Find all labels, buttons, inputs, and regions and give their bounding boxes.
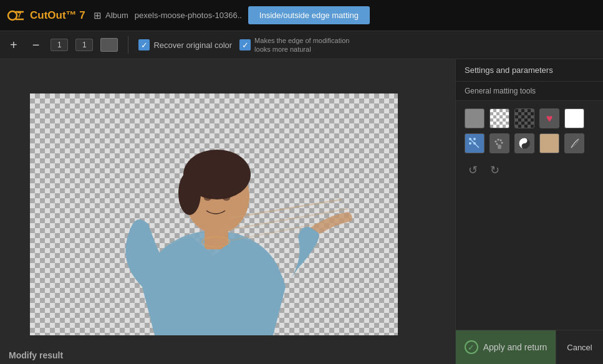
apply-return-button[interactable]: ✓ Apply and return	[456, 330, 556, 364]
svg-point-20	[496, 143, 498, 145]
panel-header: Settings and parameters	[456, 59, 603, 82]
logo-area: 7 CutOut™ 7	[6, 6, 87, 26]
feather-swatch[interactable]	[564, 133, 584, 153]
person-svg	[30, 93, 398, 335]
svg-point-18	[498, 139, 499, 141]
zoom-level-1: 1	[51, 39, 68, 51]
svg-point-19	[500, 140, 502, 141]
main-area: Modify result Settings and parameters Ge…	[0, 59, 603, 364]
checker-dark-swatch[interactable]	[514, 108, 534, 128]
apply-checkmark-icon: ✓	[465, 340, 478, 354]
svg-rect-22	[498, 145, 501, 149]
right-panel: Settings and parameters General matting …	[455, 59, 603, 364]
recover-color-label: Recover original color	[153, 41, 232, 50]
logo-text: CutOut™ 7	[30, 9, 85, 22]
solid-gray-swatch[interactable]	[465, 108, 485, 128]
spray-icon	[493, 136, 506, 150]
tan-swatch[interactable]	[539, 133, 559, 153]
image-wrapper	[30, 93, 398, 335]
image-canvas[interactable]	[30, 93, 398, 335]
undo-button[interactable]: ↺	[465, 161, 481, 180]
blue-dots-icon	[468, 136, 481, 150]
svg-line-16	[470, 139, 479, 148]
album-label: Album	[105, 11, 128, 20]
topbar: 7 CutOut™ 7 ⊞ Album pexels-moose-photos-…	[0, 0, 603, 31]
svg-point-11	[223, 196, 230, 201]
blue-dots-swatch[interactable]	[465, 133, 485, 153]
svg-point-13	[473, 138, 476, 140]
svg-point-10	[204, 196, 211, 201]
canvas-thumbnail	[100, 38, 118, 52]
svg-point-14	[469, 142, 471, 145]
tools-row-1: ♥	[465, 108, 594, 128]
tools-row-2	[465, 133, 594, 153]
canvas-area[interactable]: Modify result	[0, 59, 455, 364]
svg-point-7	[178, 171, 201, 215]
tooltip-text: Makes the edge of modification looks mor…	[254, 36, 349, 54]
zoom-in-button[interactable]: +	[6, 36, 21, 54]
natural-edge-checkbox[interactable]: ✓	[239, 39, 251, 50]
zoom-level-2: 1	[75, 39, 93, 51]
yin-yang-swatch[interactable]	[514, 133, 534, 153]
recover-color-row[interactable]: ✓ Recover original color	[138, 39, 232, 50]
redo-button[interactable]: ↻	[486, 161, 503, 180]
cutout-logo-icon: 7	[6, 6, 26, 26]
bottom-buttons: ✓ Apply and return Cancel	[456, 330, 603, 364]
svg-point-24	[524, 140, 526, 141]
white-swatch[interactable]	[564, 108, 584, 128]
yin-yang-icon	[518, 136, 531, 150]
natural-edge-row[interactable]: ✓ Makes the edge of modification looks m…	[239, 36, 349, 54]
undo-redo-row: ↺ ↻	[465, 158, 594, 182]
panel-subheader: General matting tools	[456, 82, 603, 101]
toolbar: + − 1 1 ✓ Recover original color ✓ Makes…	[0, 31, 603, 59]
zoom-out-button[interactable]: −	[29, 36, 44, 54]
file-name: pexels-moose-photos-10366..	[135, 11, 242, 20]
mode-button[interactable]: Inside/outside edge matting	[248, 6, 370, 24]
feather-icon	[567, 136, 581, 150]
apply-label: Apply and return	[483, 342, 548, 352]
album-section[interactable]: ⊞ Album	[94, 10, 128, 21]
spray-swatch[interactable]	[490, 133, 509, 153]
svg-point-0	[8, 11, 17, 20]
tools-grid: ♥	[456, 101, 603, 330]
svg-point-21	[501, 142, 503, 144]
separator	[128, 36, 128, 54]
svg-point-17	[495, 141, 497, 143]
album-grid-icon: ⊞	[94, 10, 102, 21]
cancel-button[interactable]: Cancel	[556, 330, 603, 364]
checker-light-swatch[interactable]	[490, 108, 509, 128]
recover-color-checkbox[interactable]: ✓	[138, 39, 150, 50]
bottom-label: Modify result	[0, 347, 72, 364]
svg-text:7: 7	[17, 11, 21, 19]
svg-point-25	[524, 145, 526, 147]
heart-swatch[interactable]: ♥	[539, 108, 559, 128]
